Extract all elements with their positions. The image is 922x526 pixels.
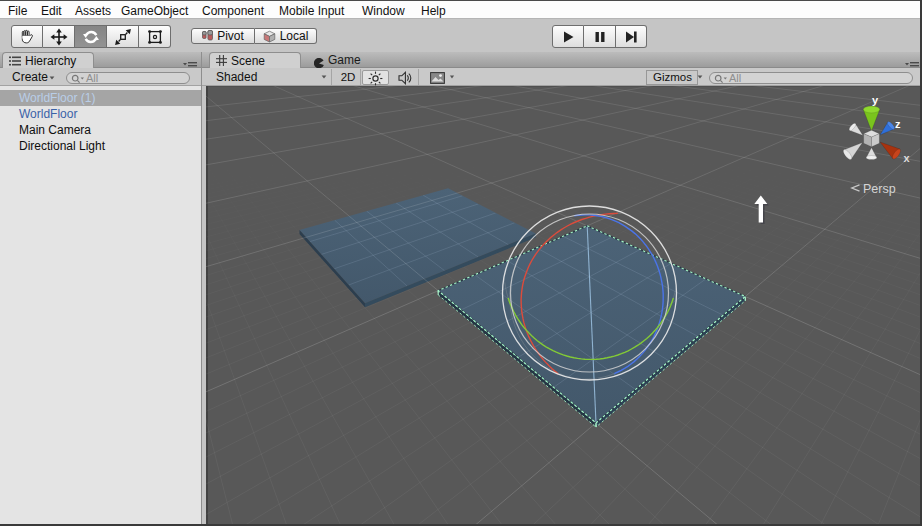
svg-text:Persp: Persp (863, 182, 896, 196)
svg-text:x: x (904, 152, 911, 164)
svg-text:z: z (895, 118, 901, 130)
svg-text:y: y (872, 94, 879, 106)
